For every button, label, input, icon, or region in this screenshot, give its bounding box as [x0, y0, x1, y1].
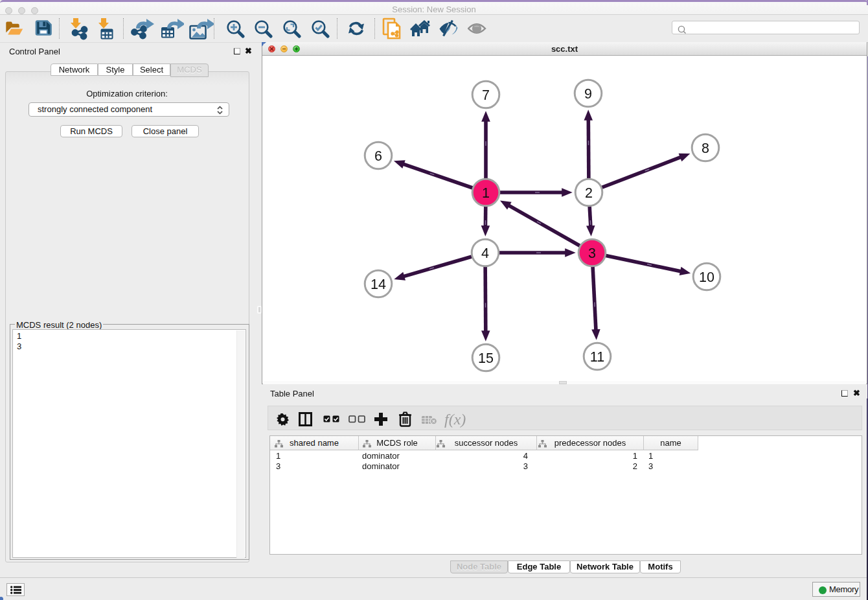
svg-text:4: 4 — [481, 246, 489, 261]
svg-text:1: 1 — [482, 185, 490, 201]
svg-text:15: 15 — [478, 351, 494, 366]
svg-text:8: 8 — [702, 141, 709, 156]
svg-text:11: 11 — [590, 349, 604, 365]
svg-text:9: 9 — [584, 86, 592, 102]
svg-text:14: 14 — [371, 277, 386, 292]
svg-text:2: 2 — [585, 185, 593, 201]
svg-text:10: 10 — [699, 270, 714, 285]
svg-text:6: 6 — [374, 148, 382, 164]
svg-text:7: 7 — [482, 87, 490, 103]
svg-text:3: 3 — [588, 246, 596, 261]
